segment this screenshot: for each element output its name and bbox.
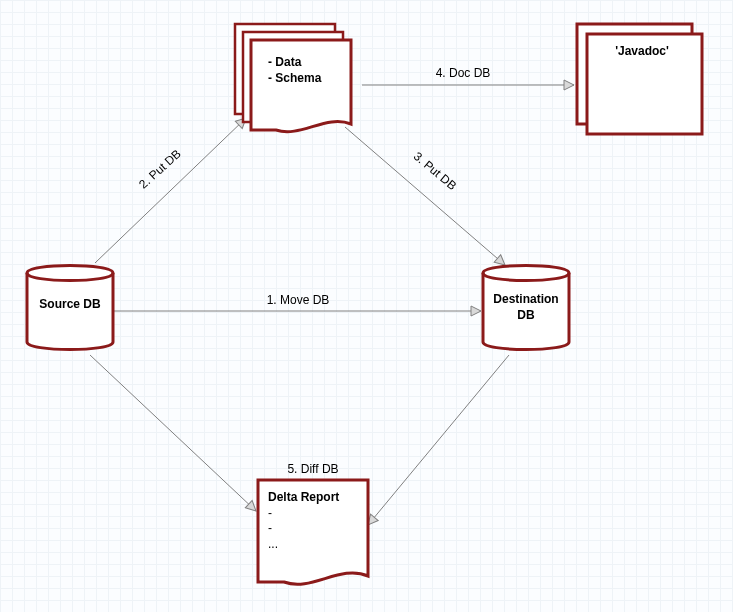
javadoc-node (577, 24, 702, 134)
svg-rect-1 (587, 34, 702, 134)
source-db-node (27, 266, 113, 350)
destination-db-node (483, 266, 569, 350)
delta-report-node (258, 480, 368, 584)
edge-put-db-up (95, 118, 246, 263)
edge-diff-db-left (90, 355, 256, 511)
edge-put-db-down (345, 127, 505, 265)
edge-diff-db-right (368, 355, 509, 525)
data-schema-node (235, 24, 351, 132)
diagram-canvas (0, 0, 733, 612)
